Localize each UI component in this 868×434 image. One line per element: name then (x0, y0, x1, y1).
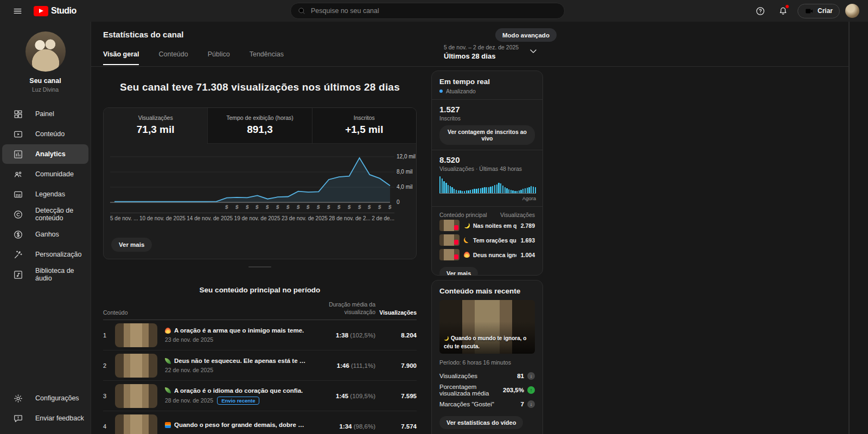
live-subscriber-count-button[interactable]: Ver contagem de inscritos ao vivo (439, 125, 535, 145)
y-tick-label: 8,0 mil (397, 169, 412, 175)
tab-conte-do[interactable]: Conteúdo (158, 50, 188, 65)
realtime-content-item[interactable]: Deus nunca ignora u...1.004 (439, 247, 535, 262)
notifications-icon[interactable] (775, 2, 792, 20)
realtime-bar (459, 190, 461, 193)
date-range-selector[interactable]: 5 de nov. – 2 de dez. de 2025 Últimos 28… (444, 44, 539, 60)
scrollbar[interactable] (848, 22, 850, 434)
realtime-bar (470, 190, 471, 193)
create-button[interactable]: Criar (797, 4, 840, 18)
realtime-subscribers-label: Inscritos (439, 115, 535, 122)
content-icon (13, 129, 23, 139)
card-divider (432, 150, 542, 150)
realtime-bar (486, 187, 487, 193)
sidebar-item-legendas[interactable]: Legendas (2, 184, 88, 204)
moon-icon (464, 222, 470, 228)
row-rank: 1 (103, 332, 115, 339)
realtime-bar-chart (439, 176, 536, 194)
tab-p-blico[interactable]: Público (208, 50, 230, 65)
top-bar: Studio Criar (0, 0, 868, 22)
realtime-bar (454, 189, 455, 193)
overview-headline: Seu canal teve 71.308 visualizações nos … (103, 81, 417, 93)
realtime-title: Em tempo real (439, 78, 535, 86)
channel-box: Seu canal Luz Divina (0, 22, 91, 96)
realtime-content-item[interactable]: Nas noites em que o ...2.789 (439, 218, 535, 233)
sidebar-item-comunidade[interactable]: Comunidade (2, 164, 88, 184)
sidebar-item-conteudo[interactable]: Conteúdo (2, 124, 88, 144)
x-tick-label: 5 de nov. ... (110, 215, 138, 221)
realtime-subscribers-value: 1.527 (439, 105, 535, 114)
stat-label: Porcentagem visualizada média (439, 384, 503, 397)
realtime-bar (484, 187, 485, 193)
table-row[interactable]: 1A oração é a arma que o inimigo mais te… (103, 320, 417, 350)
realtime-bar (514, 191, 515, 193)
shorts-badge-icon (454, 240, 458, 245)
sidebar-item-personalizacao[interactable]: Personalização (2, 245, 88, 264)
main-content: Estatísticas do canal Modo avançado 5 de… (91, 22, 868, 434)
duration-value: 1:46 (337, 362, 351, 369)
sidebar-item-deteccao-de-conteudo[interactable]: Detecção de conteúdo (2, 205, 88, 224)
sidebar-item-configuracoes[interactable]: Configurações (2, 388, 88, 408)
realtime-item-title-text: Nas noites em que o ... (473, 222, 516, 229)
latest-video-caption: Quando o mundo te ignora, o céu te escut… (444, 334, 532, 350)
table-row[interactable]: 3A oração é o idioma do coração que conf… (103, 381, 417, 411)
metric-label: Tempo de exibição (horas) (208, 114, 311, 121)
metric-label: Visualizações (104, 114, 207, 121)
metric-tab-tempo-de-exibi-o-horas-[interactable]: Tempo de exibição (horas)891,3 (207, 108, 311, 144)
recent-upload-badge: Envio recente (217, 397, 259, 405)
monetization-dollar-icon: $ (245, 204, 249, 210)
account-avatar[interactable] (845, 4, 859, 18)
duration-percent: (109,5%) (350, 393, 375, 399)
advanced-mode-button[interactable]: Modo avançado (495, 28, 557, 42)
help-icon[interactable] (752, 2, 769, 20)
sidebar-item-enviar-feedback[interactable]: Enviar feedback (2, 409, 88, 428)
sidebar-item-painel[interactable]: Painel (2, 104, 88, 124)
customization-icon (13, 250, 23, 260)
tab-vis-o-geral[interactable]: Visão geral (103, 50, 139, 65)
sidebar-item-label: Configurações (35, 394, 79, 402)
search-bar[interactable] (290, 3, 565, 19)
youtube-studio-logo[interactable]: Studio (34, 6, 76, 16)
realtime-bar (443, 181, 444, 193)
sidebar-item-ganhos[interactable]: Ganhos (2, 225, 88, 244)
hamburger-menu-icon[interactable] (9, 2, 26, 20)
audio-library-icon (13, 270, 23, 280)
realtime-bar (478, 188, 479, 193)
sidebar-item-label: Painel (35, 110, 54, 118)
table-row[interactable]: 2Deus não te esqueceu. Ele apenas está t… (103, 350, 417, 381)
sidebar-item-biblioteca-de-audio[interactable]: Biblioteca de áudio (2, 265, 88, 284)
latest-video-thumbnail[interactable]: Quando o mundo te ignora, o céu te escut… (439, 300, 535, 354)
x-tick-label: 10 de nov. de 2025 (139, 215, 186, 221)
monetization-dollar-icon: $ (256, 204, 259, 210)
views-value: 7.900 (375, 362, 417, 369)
monetization-markers: $$$$$$$$$$$$$$$$$ (110, 204, 392, 212)
realtime-item-title: Tem orações que voc... (464, 237, 516, 244)
search-input[interactable] (311, 7, 558, 15)
duration-percent: (98,6%) (354, 423, 375, 430)
see-more-button[interactable]: Ver mais (111, 238, 152, 252)
metric-tab-inscritos[interactable]: Inscritos+1,5 mil (312, 108, 416, 144)
realtime-bar (480, 188, 481, 193)
realtime-bar (519, 190, 520, 193)
studio-wordmark: Studio (51, 6, 76, 16)
channel-avatar[interactable] (25, 31, 66, 72)
realtime-bar (533, 187, 534, 193)
monetization-dollar-icon: $ (337, 204, 341, 210)
x-axis-line (110, 213, 394, 213)
sidebar-nav: PainelConteúdoAnalyticsComunidadeLegenda… (0, 104, 91, 285)
realtime-see-more-button[interactable]: Ver mais (439, 267, 478, 276)
tab-tend-ncias[interactable]: Tendências (250, 50, 284, 65)
video-title-text: Deus não te esqueceu. Ele apenas está te… (174, 358, 306, 364)
table-row[interactable]: 4Quando o peso for grande demais, dobre … (103, 411, 417, 434)
video-analytics-button[interactable]: Ver estatísticas do vídeo (439, 416, 523, 429)
sidebar-item-analytics[interactable]: Analytics (2, 144, 88, 164)
column-views[interactable]: Visualizações (375, 309, 417, 316)
monetization-dollar-icon: $ (296, 204, 300, 210)
metric-tab-visualiza-es[interactable]: Visualizações71,3 mil (104, 108, 207, 144)
table-body: 1A oração é a arma que o inimigo mais te… (103, 320, 417, 434)
page-title: Estatísticas do canal (103, 30, 183, 39)
realtime-bar (496, 184, 497, 193)
monetization-dollar-icon: $ (235, 204, 239, 210)
realtime-card: Em tempo real Atualizando 1.527 Inscrito… (431, 71, 543, 276)
realtime-content-item[interactable]: Tem orações que voc...1.693 (439, 233, 535, 247)
realtime-bar (456, 190, 457, 194)
